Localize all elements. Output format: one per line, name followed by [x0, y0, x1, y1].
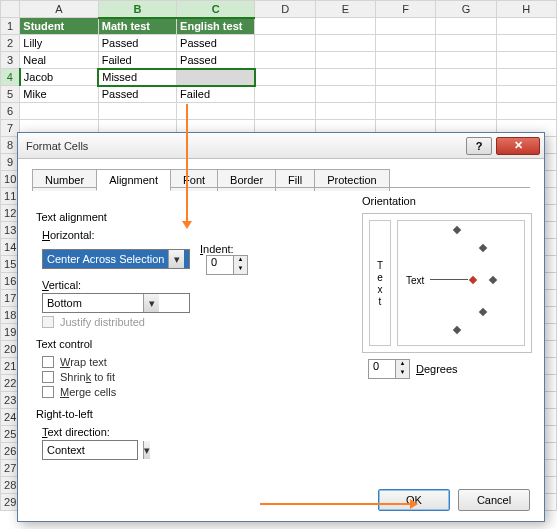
col-G[interactable]: G: [436, 1, 496, 18]
chevron-down-icon: ▾: [143, 441, 150, 459]
col-F[interactable]: F: [376, 1, 436, 18]
degrees-spinner[interactable]: 0 ▲▼: [368, 359, 410, 379]
cell[interactable]: Failed: [98, 52, 176, 69]
col-B[interactable]: B: [98, 1, 176, 18]
dialog-titlebar[interactable]: Format Cells ? ✕: [18, 133, 544, 159]
chevron-down-icon: ▾: [143, 294, 159, 312]
chevron-up-icon[interactable]: ▲: [234, 256, 247, 265]
vertical-alignment-dropdown[interactable]: Bottom ▾: [42, 293, 190, 313]
cell[interactable]: [436, 18, 496, 35]
cell[interactable]: [315, 69, 375, 86]
cell[interactable]: Student: [20, 18, 98, 35]
cell[interactable]: [436, 52, 496, 69]
label-indent: Indent:: [200, 243, 234, 255]
cell[interactable]: English test: [177, 18, 255, 35]
orientation-dial[interactable]: Text: [397, 220, 525, 346]
justify-distributed-label: Justify distributed: [60, 316, 145, 328]
degrees-label: Degrees: [416, 363, 458, 375]
cell[interactable]: [315, 18, 375, 35]
cell[interactable]: Lilly: [20, 35, 98, 52]
cell[interactable]: Failed: [177, 86, 255, 103]
col-A[interactable]: A: [20, 1, 98, 18]
cell[interactable]: Passed: [177, 35, 255, 52]
row-hdr[interactable]: 6: [1, 103, 20, 120]
orientation-control[interactable]: Text Text: [362, 213, 532, 353]
cell[interactable]: [376, 86, 436, 103]
chevron-down-icon: ▾: [168, 250, 184, 268]
cell[interactable]: [496, 69, 556, 86]
cell[interactable]: [436, 35, 496, 52]
col-D[interactable]: D: [255, 1, 315, 18]
group-rtl: Right-to-left: [36, 408, 336, 420]
cell[interactable]: Math test: [98, 18, 176, 35]
vertical-text-button[interactable]: Text: [369, 220, 391, 346]
cell[interactable]: [255, 52, 315, 69]
close-icon: ✕: [514, 139, 523, 152]
cell[interactable]: Passed: [177, 52, 255, 69]
checkbox-icon: [42, 371, 54, 383]
shrink-label: Shrink to fit: [60, 371, 115, 383]
select-all-corner[interactable]: [1, 1, 20, 18]
label-text-direction: Text direction:: [42, 426, 336, 438]
cell[interactable]: [496, 35, 556, 52]
cell[interactable]: [496, 86, 556, 103]
shrink-to-fit-checkbox[interactable]: Shrink to fit: [42, 371, 336, 383]
tab-alignment[interactable]: Alignment: [96, 169, 171, 191]
orientation-text-label: Text: [406, 275, 424, 286]
row-4[interactable]: 4: [1, 69, 20, 86]
row-3[interactable]: 3: [1, 52, 20, 69]
cell[interactable]: [376, 52, 436, 69]
wrap-text-checkbox[interactable]: Wrap text: [42, 356, 336, 368]
cell[interactable]: [255, 18, 315, 35]
cell[interactable]: [376, 35, 436, 52]
cell[interactable]: [376, 69, 436, 86]
cell[interactable]: Neal: [20, 52, 98, 69]
merge-cells-checkbox[interactable]: Merge cells: [42, 386, 336, 398]
checkbox-icon: [42, 316, 54, 328]
cell[interactable]: [255, 86, 315, 103]
chevron-down-icon[interactable]: ▼: [396, 369, 409, 378]
cell[interactable]: [496, 18, 556, 35]
cell[interactable]: [255, 35, 315, 52]
cell[interactable]: [315, 86, 375, 103]
horizontal-alignment-dropdown[interactable]: Center Across Selection ▾: [42, 249, 190, 269]
text-direction-dropdown[interactable]: Context ▾: [42, 440, 138, 460]
group-text-control: Text control: [36, 338, 336, 350]
chevron-up-icon[interactable]: ▲: [396, 360, 409, 369]
merge-label: Merge cells: [60, 386, 116, 398]
col-C[interactable]: C: [177, 1, 255, 18]
text-direction-value: Context: [43, 444, 143, 456]
cell[interactable]: [436, 86, 496, 103]
cell[interactable]: [315, 35, 375, 52]
row-5[interactable]: 5: [1, 86, 20, 103]
checkbox-icon: [42, 386, 54, 398]
cell[interactable]: [376, 18, 436, 35]
row-1[interactable]: 1: [1, 18, 20, 35]
selected-cell[interactable]: [177, 69, 255, 86]
cell[interactable]: [255, 69, 315, 86]
cell[interactable]: [496, 52, 556, 69]
wrap-text-label: Wrap text: [60, 356, 107, 368]
help-button[interactable]: ?: [466, 137, 492, 155]
cell[interactable]: Mike: [20, 86, 98, 103]
checkbox-icon: [42, 356, 54, 368]
cell[interactable]: [315, 52, 375, 69]
cell[interactable]: Passed: [98, 35, 176, 52]
annotation-arrow-vertical: [186, 104, 188, 226]
cell[interactable]: Jacob: [20, 69, 98, 86]
justify-distributed-checkbox: Justify distributed: [42, 316, 336, 328]
indent-value: 0: [207, 256, 233, 274]
cell[interactable]: [436, 69, 496, 86]
vertical-alignment-value: Bottom: [43, 297, 143, 309]
active-cell[interactable]: Missed: [98, 69, 176, 86]
col-E[interactable]: E: [315, 1, 375, 18]
annotation-arrow-horizontal: [260, 503, 415, 505]
indent-spinner[interactable]: 0 ▲▼: [206, 255, 248, 275]
col-H[interactable]: H: [496, 1, 556, 18]
group-orientation: Orientation: [362, 195, 532, 207]
close-button[interactable]: ✕: [496, 137, 540, 155]
cell[interactable]: Passed: [98, 86, 176, 103]
cancel-button[interactable]: Cancel: [458, 489, 530, 511]
row-2[interactable]: 2: [1, 35, 20, 52]
chevron-down-icon[interactable]: ▼: [234, 265, 247, 274]
